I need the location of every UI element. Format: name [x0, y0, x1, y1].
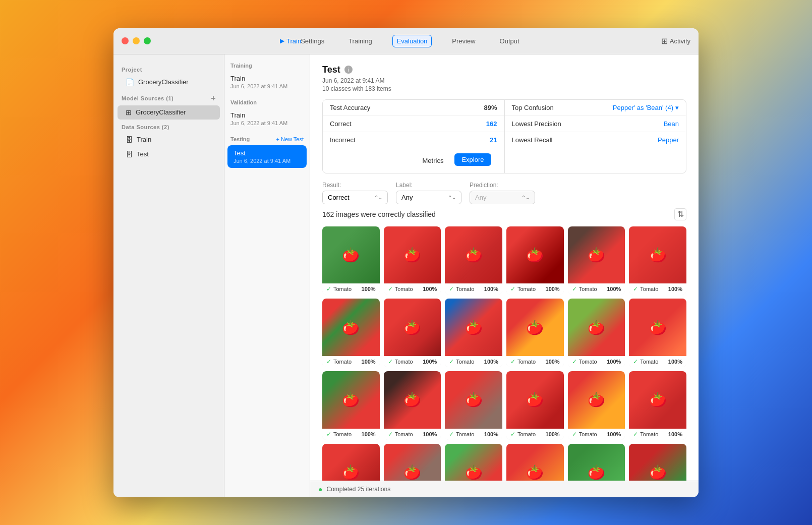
image-label-row: ✓Tomato100%: [506, 283, 564, 295]
image-cell[interactable]: 🍅✓Tomato100%: [568, 444, 625, 481]
image-class-label: Tomato: [456, 286, 474, 292]
status-text: Completed 25 iterations: [326, 486, 390, 493]
maximize-button[interactable]: [144, 37, 151, 44]
image-cell[interactable]: 🍅✓Tomato100%: [629, 371, 686, 440]
lowest-precision-value[interactable]: Bean: [664, 120, 679, 128]
image-cell[interactable]: 🍅✓Tomato100%: [322, 444, 380, 481]
test-accuracy-row: Test Accuracy 89%: [323, 100, 504, 116]
check-icon: ✓: [572, 358, 577, 365]
image-label-row: ✓Tomato100%: [445, 429, 502, 440]
explore-button[interactable]: Explore: [454, 153, 491, 166]
train-button[interactable]: ▶ Train: [280, 37, 301, 45]
test-accuracy-label: Test Accuracy: [330, 104, 370, 111]
new-test-button[interactable]: + New Test: [276, 136, 304, 142]
image-cell[interactable]: 🍅✓Tomato100%: [384, 444, 441, 481]
image-label-row: ✓Tomato100%: [384, 283, 441, 295]
image-class-label: Tomato: [640, 431, 658, 437]
image-cell[interactable]: 🍅✓Tomato100%: [445, 299, 502, 367]
image-cell[interactable]: 🍅✓Tomato100%: [629, 299, 686, 367]
image-cell[interactable]: 🍅✓Tomato100%: [568, 371, 625, 440]
check-icon: ✓: [388, 285, 393, 293]
tab-preview[interactable]: Preview: [448, 35, 479, 47]
image-confidence: 100%: [607, 359, 621, 365]
list-panel: Training Train Jun 6, 2022 at 9:41 AM Va…: [224, 54, 310, 497]
top-confusion-dropdown[interactable]: 'Pepper' as 'Bean' (4) ▾: [611, 104, 679, 111]
image-class-label: Tomato: [333, 359, 352, 365]
sidebar-item-test[interactable]: 🗄 Test: [118, 147, 220, 161]
image-thumbnail: 🍅: [506, 444, 564, 481]
image-cell[interactable]: 🍅✓Tomato100%: [384, 371, 441, 440]
correct-row: Correct 162: [323, 116, 504, 132]
image-label-row: ✓Tomato100%: [322, 356, 380, 367]
minimize-button[interactable]: [133, 37, 140, 44]
image-cell[interactable]: 🍅✓Tomato100%: [322, 299, 380, 367]
check-icon: ✓: [572, 285, 577, 293]
list-item-validation-sub: Jun 6, 2022 at 9:41 AM: [230, 120, 304, 126]
lowest-recall-label: Lowest Recall: [512, 136, 553, 144]
image-cell[interactable]: 🍅✓Tomato100%: [506, 226, 564, 295]
activity-button[interactable]: ⊞ Activity: [661, 36, 690, 46]
list-item-train-title: Train: [230, 75, 304, 82]
tab-settings[interactable]: Settings: [297, 35, 328, 47]
data-sources-label: Data Sources (2): [113, 120, 224, 132]
image-confidence: 100%: [362, 431, 376, 437]
image-confidence: 100%: [668, 286, 682, 292]
add-model-source-button[interactable]: +: [211, 94, 216, 103]
image-thumbnail: 🍅: [629, 444, 686, 481]
image-cell[interactable]: 🍅✓Tomato100%: [568, 299, 625, 367]
test-accuracy-value: 89%: [484, 104, 497, 111]
image-cell[interactable]: 🍅✓Tomato100%: [629, 444, 686, 481]
image-label-name: ✓Tomato: [388, 358, 413, 365]
image-label-name: ✓Tomato: [388, 431, 413, 438]
image-cell[interactable]: 🍅✓Tomato100%: [506, 299, 564, 367]
label-filter-label: Label:: [396, 182, 461, 189]
result-filter-select[interactable]: Correct ⌃⌄: [322, 191, 388, 204]
image-cell[interactable]: 🍅✓Tomato100%: [384, 299, 441, 367]
sidebar-item-project[interactable]: 📄 GroceryClassifier: [118, 75, 220, 89]
chevron-down-icon: ▾: [675, 104, 679, 111]
tab-evaluation[interactable]: Evaluation: [392, 35, 432, 47]
status-icon: ●: [318, 485, 322, 493]
result-filter-value: Correct: [328, 194, 350, 201]
count-text: 162 images were correctly classified: [322, 210, 436, 218]
lowest-recall-value[interactable]: Pepper: [658, 136, 679, 144]
image-cell[interactable]: 🍅✓Tomato100%: [445, 371, 502, 440]
list-item-validation[interactable]: Train Jun 6, 2022 at 9:41 AM: [224, 107, 310, 130]
image-cell[interactable]: 🍅✓Tomato100%: [506, 444, 564, 481]
model-icon: ⊞: [126, 108, 132, 116]
training-section-label: Training: [224, 61, 310, 71]
image-cell[interactable]: 🍅✓Tomato100%: [506, 371, 564, 440]
sidebar-item-model[interactable]: ⊞ GroceryClassifier: [118, 105, 220, 120]
bottom-bar: ● Completed 25 iterations: [310, 481, 699, 497]
image-cell[interactable]: 🍅✓Tomato100%: [568, 226, 625, 295]
image-cell[interactable]: 🍅✓Tomato100%: [384, 226, 441, 295]
close-button[interactable]: [122, 37, 129, 44]
metrics-button[interactable]: Metrics: [416, 151, 451, 170]
top-confusion-value: 'Pepper' as 'Bean' (4): [611, 104, 673, 111]
activity-label: Activity: [670, 37, 690, 45]
eval-title: Test: [322, 65, 340, 75]
tab-training[interactable]: Training: [344, 35, 376, 47]
prediction-filter-label: Prediction:: [470, 182, 535, 189]
image-cell[interactable]: 🍅✓Tomato100%: [445, 444, 502, 481]
image-label-name: ✓Tomato: [572, 358, 597, 365]
info-icon[interactable]: i: [344, 66, 353, 74]
main-content: Project 📄 GroceryClassifier Model Source…: [113, 54, 699, 497]
image-label-row: ✓Tomato100%: [568, 283, 625, 295]
image-label-row: ✓Tomato100%: [506, 356, 564, 367]
image-cell[interactable]: 🍅✓Tomato100%: [629, 226, 686, 295]
label-filter-select[interactable]: Any ⌃⌄: [396, 191, 461, 204]
list-item-test[interactable]: Test Jun 6, 2022 at 9:41 AM: [227, 145, 307, 168]
image-cell[interactable]: 🍅✓Tomato100%: [445, 226, 502, 295]
sidebar-item-train[interactable]: 🗄 Train: [118, 133, 220, 147]
list-item-train[interactable]: Train Jun 6, 2022 at 9:41 AM: [224, 71, 310, 93]
image-cell[interactable]: 🍅✓Tomato100%: [322, 371, 380, 440]
tab-output[interactable]: Output: [496, 35, 524, 47]
image-class-label: Tomato: [517, 286, 536, 292]
count-label: 162 images were correctly classified ⇅: [322, 208, 686, 220]
stats-left: Test Accuracy 89% Correct 162 Incorrect …: [323, 100, 505, 173]
image-cell[interactable]: 🍅✓Tomato100%: [322, 226, 380, 295]
list-item-test-sub: Jun 6, 2022 at 9:41 AM: [234, 158, 301, 164]
sort-button[interactable]: ⇅: [674, 208, 686, 220]
image-label-row: ✓Tomato100%: [445, 283, 502, 295]
